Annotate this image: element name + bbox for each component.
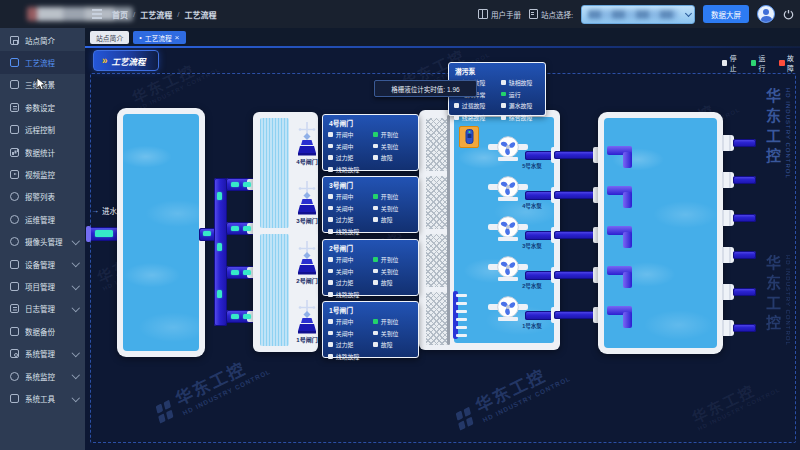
sidebar-item-label: 运维管理 bbox=[25, 214, 78, 225]
status-item: 关闸中 bbox=[328, 204, 371, 213]
status-label: 过力矩 bbox=[336, 340, 354, 349]
status-label: 线路故障 bbox=[336, 290, 360, 299]
status-led bbox=[328, 354, 333, 359]
sidebar: 站点简介 工艺流程 三维场景 参数设定 bbox=[0, 28, 85, 450]
status-led bbox=[328, 331, 333, 336]
breadcrumb: 首页 / 工艺流程 / 工艺流程 bbox=[112, 0, 216, 28]
tank-outlet bbox=[719, 320, 757, 336]
user-manual-link[interactable]: 用户手册 bbox=[478, 9, 521, 20]
sidebar-item[interactable]: 数据备份 bbox=[0, 320, 85, 342]
status-item: 开闸中 bbox=[328, 192, 371, 201]
status-label: 开闸中 bbox=[336, 130, 354, 139]
tab-site-intro[interactable]: 站点简介 bbox=[90, 31, 129, 44]
flow-icon bbox=[10, 58, 19, 67]
menu-toggle-icon[interactable] bbox=[92, 13, 102, 15]
status-led bbox=[328, 257, 333, 262]
status-item: 运行 bbox=[501, 90, 540, 99]
bar-screen bbox=[260, 118, 289, 228]
sidebar-item[interactable]: 系统工具 bbox=[0, 387, 85, 409]
sidebar-item[interactable]: 系统监控 bbox=[0, 365, 85, 387]
status-led bbox=[373, 331, 378, 336]
active-dot-icon bbox=[139, 34, 141, 41]
sidebar-item[interactable]: 摄像头管理 bbox=[0, 231, 85, 253]
fine-screen bbox=[426, 176, 447, 229]
gate-valve-icon bbox=[296, 122, 318, 156]
status-item: 开闸中 bbox=[328, 130, 371, 139]
pump-icon[interactable] bbox=[497, 296, 519, 318]
sidebar-item[interactable]: 设备管理 bbox=[0, 253, 85, 275]
status-label: 过力矩 bbox=[336, 215, 354, 224]
breadcrumb-level1[interactable]: 工艺流程 bbox=[140, 9, 172, 20]
breadcrumb-home[interactable]: 首页 bbox=[112, 9, 128, 20]
status-label: 线路故障 bbox=[336, 352, 360, 361]
sidebar-item[interactable]: 工艺流程 bbox=[0, 51, 85, 73]
pipe-cap bbox=[86, 226, 91, 242]
sidebar-item-label: 报警列表 bbox=[25, 191, 78, 202]
legend-item: 运行 bbox=[751, 53, 772, 73]
avatar[interactable] bbox=[757, 5, 775, 23]
gate-valve[interactable]: 3号闸门 bbox=[291, 181, 323, 225]
status-label: 故障 bbox=[381, 278, 393, 287]
sidebar-item[interactable]: 站点简介 bbox=[0, 29, 85, 51]
sidebar-item[interactable]: 系统管理 bbox=[0, 342, 85, 364]
fine-screen bbox=[426, 118, 447, 171]
transfer-pipe bbox=[549, 187, 602, 203]
sidebar-item[interactable]: 视频监控 bbox=[0, 163, 85, 185]
alarm-icon bbox=[10, 192, 19, 201]
pipe-marker bbox=[231, 314, 239, 319]
level-gauge[interactable] bbox=[447, 115, 450, 345]
sidebar-item[interactable]: 数据统计 bbox=[0, 141, 85, 163]
site-select-dropdown[interactable] bbox=[581, 5, 695, 24]
status-item: 关到位 bbox=[373, 267, 413, 276]
status-led bbox=[373, 257, 378, 262]
pump-icon[interactable] bbox=[497, 136, 519, 158]
sidebar-item-label: 站点简介 bbox=[25, 35, 78, 46]
user-manual-label: 用户手册 bbox=[491, 9, 521, 20]
status-led bbox=[328, 292, 333, 297]
status-led bbox=[373, 206, 378, 211]
tank-outlet bbox=[719, 247, 757, 263]
sidebar-item[interactable]: 远程控制 bbox=[0, 119, 85, 141]
sidebar-item-label: 系统监控 bbox=[25, 371, 67, 382]
tank-outlet bbox=[719, 172, 757, 188]
status-led bbox=[328, 155, 333, 160]
big-screen-button[interactable]: 数据大屏 bbox=[703, 5, 749, 23]
pipe-segment bbox=[554, 151, 597, 159]
power-icon[interactable] bbox=[783, 9, 794, 20]
pump-icon[interactable] bbox=[497, 216, 519, 238]
sidebar-item[interactable]: 报警列表 bbox=[0, 186, 85, 208]
chevron-down-icon bbox=[71, 394, 79, 402]
pump-icon[interactable] bbox=[497, 176, 519, 198]
sidebar-item[interactable]: 参数设定 bbox=[0, 96, 85, 118]
inlet-elbow-pipe bbox=[607, 306, 637, 330]
breadcrumb-current: 工艺流程 bbox=[184, 9, 216, 20]
pipe-marker bbox=[95, 230, 113, 237]
fine-screen bbox=[426, 234, 447, 287]
pipe-marker bbox=[243, 226, 251, 231]
chevron-down-icon bbox=[71, 259, 79, 267]
gate-valve[interactable]: 4号闸门 bbox=[291, 122, 323, 166]
gate-valve[interactable]: 1号闸门 bbox=[291, 300, 323, 344]
status-led bbox=[328, 319, 333, 324]
sidebar-item[interactable]: 运维管理 bbox=[0, 208, 85, 230]
status-item: 开闸中 bbox=[328, 317, 371, 326]
close-icon[interactable] bbox=[175, 33, 180, 42]
pump-icon[interactable] bbox=[497, 256, 519, 278]
sidebar-item[interactable]: 日志管理 bbox=[0, 298, 85, 320]
status-led bbox=[373, 144, 378, 149]
sidebar-item[interactable]: 项目管理 bbox=[0, 275, 85, 297]
topbar-actions: 用户手册 站点选择: 数据大屏 bbox=[478, 0, 794, 28]
pipe-marker bbox=[231, 226, 239, 231]
legend-label: 故障 bbox=[787, 53, 800, 73]
status-label: 运行 bbox=[509, 90, 521, 99]
stats-icon bbox=[10, 148, 19, 157]
tools-icon bbox=[10, 394, 19, 403]
pump-label: 1号水泵 bbox=[510, 322, 554, 330]
status-label: 过载故障 bbox=[462, 101, 486, 110]
tab-process-flow[interactable]: 工艺流程 bbox=[133, 31, 185, 44]
gate-valve[interactable]: 2号闸门 bbox=[291, 241, 323, 285]
status-item: 过力矩 bbox=[328, 215, 371, 224]
status-led bbox=[328, 229, 333, 234]
submersible-pump-icon[interactable] bbox=[459, 126, 479, 148]
status-label: 关到位 bbox=[381, 142, 399, 151]
